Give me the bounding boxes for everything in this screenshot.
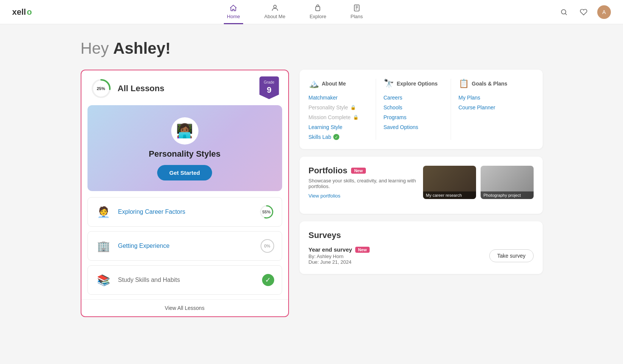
exploring-career-progress: 55% xyxy=(259,204,274,219)
mission-complete-link: Mission Complete 🔒 xyxy=(309,114,368,120)
grade-label: Grade xyxy=(264,80,275,85)
nav-about-me[interactable]: About Me xyxy=(261,0,289,24)
skills-lab-check-icon: ✓ xyxy=(333,134,339,140)
study-complete-check: ✓ xyxy=(262,274,274,286)
take-survey-button[interactable]: Take survey xyxy=(489,249,534,262)
personality-style-label: Personality Style xyxy=(309,104,348,110)
quick-link-matchmaker[interactable]: Matchmaker xyxy=(309,95,368,101)
portfolio-thumbnails: My career research Photography project xyxy=(423,166,534,199)
portfolio-thumb-photo[interactable]: Photography project xyxy=(481,166,534,199)
portfolio-career-label: My career research xyxy=(423,191,476,199)
nav-plans[interactable]: Plans xyxy=(348,0,366,24)
survey-due: Due: June 21, 2024 xyxy=(309,259,370,265)
quick-link-my-plans[interactable]: My Plans xyxy=(459,95,534,101)
lesson-experience-name: Getting Experience xyxy=(118,243,255,249)
my-plans-link[interactable]: My Plans xyxy=(459,95,534,101)
getting-experience-icon: 🏢 xyxy=(95,238,112,254)
search-icon xyxy=(560,8,568,16)
greeting-prefix: Hey xyxy=(81,39,113,57)
view-all-lessons[interactable]: View All Lessons xyxy=(81,299,288,316)
quick-col-goals: 📋 Goals & Plans My Plans Course Planner xyxy=(459,79,534,140)
nav-explore-label: Explore xyxy=(309,14,326,19)
survey-name-label: Year end survey xyxy=(309,246,352,253)
programs-link[interactable]: Programs xyxy=(384,114,443,120)
personality-styles-title: Personality Styles xyxy=(97,149,273,159)
main-content: Hey Ashley! 25% All Lessons Grade xyxy=(66,24,558,332)
portfolios-body: Portfolios New Showcase your skills, cre… xyxy=(309,166,534,205)
quick-link-personality-style: Personality Style 🔒 xyxy=(309,104,368,110)
home-icon xyxy=(229,4,237,12)
learning-style-link[interactable]: Learning Style xyxy=(309,124,368,130)
portfolios-description: Showcase your skills, creativity, and le… xyxy=(309,178,417,189)
exploring-career-icon: 🧑‍💼 xyxy=(95,204,112,220)
surveys-panel: Surveys Year end survey New By: Ashley H… xyxy=(300,221,543,274)
quick-link-schools[interactable]: Schools xyxy=(384,104,443,110)
about-me-header-icon: 🏔️ xyxy=(309,79,319,89)
portfolios-header: Portfolios New xyxy=(309,166,417,176)
quick-link-careers[interactable]: Careers xyxy=(384,95,443,101)
portfolios-panel: Portfolios New Showcase your skills, cre… xyxy=(300,157,543,214)
portfolios-title: Portfolios xyxy=(309,166,348,176)
experience-progress-label: 0% xyxy=(264,244,270,248)
study-progress: ✓ xyxy=(262,274,274,286)
quick-link-programs[interactable]: Programs xyxy=(384,114,443,120)
survey-name: Year end survey New xyxy=(309,246,370,253)
person-icon xyxy=(271,4,279,12)
lesson-item-exploring[interactable]: 🧑‍💼 Exploring Career Factors 55% xyxy=(87,197,282,227)
portfolio-thumb-career[interactable]: My career research xyxy=(423,166,476,199)
greeting-heading: Hey Ashley! xyxy=(81,39,543,58)
grade-number: 9 xyxy=(267,85,271,96)
nav-explore[interactable]: Explore xyxy=(306,0,329,24)
matchmaker-link[interactable]: Matchmaker xyxy=(309,95,368,101)
search-button[interactable] xyxy=(558,6,570,18)
personality-lock-icon: 🔒 xyxy=(350,105,356,110)
logo-accent: o xyxy=(27,7,32,17)
quick-link-mission-complete: Mission Complete 🔒 xyxy=(309,114,368,120)
goals-col-header: 📋 Goals & Plans xyxy=(459,79,534,89)
skills-lab-link[interactable]: Skills Lab ✓ xyxy=(309,134,368,140)
quick-col-explore: 🔭 Explore Options Careers Schools Progra… xyxy=(384,79,451,140)
quick-col-about-me: 🏔️ About Me Matchmaker Personality Style… xyxy=(309,79,376,140)
grade-badge: Grade 9 xyxy=(259,76,279,99)
bag-icon xyxy=(314,4,322,12)
explore-links: Careers Schools Programs Saved Options xyxy=(384,95,443,130)
nav-home[interactable]: Home xyxy=(224,0,243,24)
goals-header-icon: 📋 xyxy=(459,79,469,89)
exploring-progress-label: 55% xyxy=(262,210,270,214)
lesson-item-study[interactable]: 📚 Study Skills and Habits ✓ xyxy=(87,265,282,295)
lesson-item-experience[interactable]: 🏢 Getting Experience 0% xyxy=(87,231,282,261)
nav-center: Home About Me Explore Plans xyxy=(224,0,366,24)
personality-style-link: Personality Style 🔒 xyxy=(309,104,368,110)
goals-links: My Plans Course Planner xyxy=(459,95,534,110)
svg-point-3 xyxy=(561,9,566,14)
quick-link-saved-options[interactable]: Saved Options xyxy=(384,124,443,130)
course-planner-link[interactable]: Course Planner xyxy=(459,104,534,110)
mission-lock-icon: 🔒 xyxy=(353,115,359,120)
saved-options-link[interactable]: Saved Options xyxy=(384,124,443,130)
study-skills-icon: 📚 xyxy=(95,272,112,288)
explore-header-label: Explore Options xyxy=(397,81,438,87)
schools-link[interactable]: Schools xyxy=(384,104,443,110)
logo[interactable]: xello xyxy=(12,7,32,17)
portfolios-left: Portfolios New Showcase your skills, cre… xyxy=(309,166,417,205)
two-column-layout: 25% All Lessons Grade 9 👩🏾‍💻 Personality… xyxy=(81,70,543,317)
goals-header-label: Goals & Plans xyxy=(472,81,507,87)
favorites-button[interactable] xyxy=(578,6,590,18)
quick-link-course-planner[interactable]: Course Planner xyxy=(459,104,534,110)
survey-item: Year end survey New By: Ashley Horn Due:… xyxy=(309,246,534,265)
user-avatar[interactable]: A xyxy=(597,5,611,19)
lessons-card-title: All Lessons xyxy=(118,84,164,93)
quick-links-grid: 🏔️ About Me Matchmaker Personality Style… xyxy=(309,79,534,140)
nav-home-label: Home xyxy=(227,14,240,19)
heart-icon xyxy=(580,8,587,16)
survey-by: By: Ashley Horn xyxy=(309,254,370,259)
overall-progress-pct: 25% xyxy=(97,86,105,91)
about-me-col-header: 🏔️ About Me xyxy=(309,79,368,89)
quick-link-learning-style[interactable]: Learning Style xyxy=(309,124,368,130)
view-portfolios-link[interactable]: View portfolios xyxy=(309,193,417,199)
get-started-button[interactable]: Get Started xyxy=(157,165,212,180)
lesson-exploring-name: Exploring Career Factors xyxy=(118,208,253,215)
quick-link-skills-lab[interactable]: Skills Lab ✓ xyxy=(309,134,368,140)
careers-link[interactable]: Careers xyxy=(384,95,443,101)
personality-banner: 👩🏾‍💻 Personality Styles Get Started xyxy=(87,105,282,191)
